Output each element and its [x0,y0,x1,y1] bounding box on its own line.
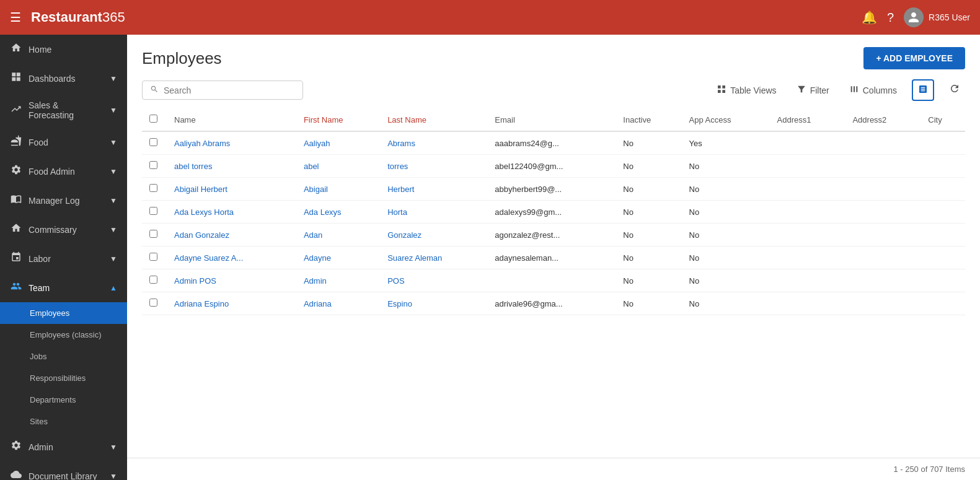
row-checkbox-cell[interactable] [142,292,167,315]
columns-button[interactable]: Columns [844,81,902,100]
row-checkbox[interactable] [149,184,157,192]
admin-icon [10,440,22,454]
add-employee-button[interactable]: + ADD EMPLOYEE [863,47,965,69]
toolbar: Table Views Filter Columns [127,77,980,108]
sidebar-sub-item-sites[interactable]: Sites [0,411,127,432]
row-checkbox[interactable] [149,276,157,284]
toolbar-right: Table Views Filter Columns [712,79,965,101]
team-arrow-icon: ▲ [110,284,117,292]
sidebar-sub-item-employees[interactable]: Employees [0,302,127,324]
cell-name[interactable]: Adan Gonzalez [167,224,296,247]
user-menu[interactable]: R365 User [904,7,970,27]
cell-email: aaabrams24@g... [487,131,616,155]
cell-first-name[interactable]: Aaliyah [296,131,380,155]
cell-last-name[interactable]: POS [380,269,487,292]
filter-button[interactable]: Filter [792,81,834,100]
cell-email: adaynesaleman... [487,247,616,269]
sidebar-item-manager-log[interactable]: Manager Log ▼ [0,186,127,215]
sidebar-sub-item-jobs[interactable]: Jobs [0,346,127,367]
cell-last-name[interactable]: Suarez Aleman [380,247,487,269]
col-header-address1: Address1 [770,108,845,131]
row-checkbox[interactable] [149,207,157,215]
columns-icon [849,84,859,96]
col-header-last-name: Last Name [380,108,487,131]
table-row: Abigail Herbert Abigail Herbert abbyherb… [142,178,965,201]
row-checkbox-cell[interactable] [142,131,167,155]
cell-name[interactable]: Abigail Herbert [167,178,296,201]
cell-first-name[interactable]: Admin [296,269,380,292]
row-checkbox[interactable] [149,253,157,261]
row-checkbox[interactable] [149,299,157,307]
cell-first-name[interactable]: abel [296,155,380,178]
cell-address2 [845,178,920,201]
cell-city [920,155,965,178]
cell-address2 [845,292,920,315]
table-views-button[interactable]: Table Views [712,81,781,100]
cell-inactive: No [616,224,681,247]
cell-last-name[interactable]: Abrams [380,131,487,155]
sidebar-item-admin[interactable]: Admin ▼ [0,432,127,461]
sidebar-item-document-library[interactable]: Document Library ▼ [0,461,127,480]
cell-name[interactable]: Adayne Suarez A... [167,247,296,269]
cell-name[interactable]: Adriana Espino [167,292,296,315]
dashboards-arrow-icon: ▼ [110,74,117,83]
cell-name[interactable]: Ada Lexys Horta [167,201,296,224]
sidebar-item-labor[interactable]: Labor ▼ [0,244,127,273]
sidebar-item-dashboards[interactable]: Dashboards ▼ [0,64,127,93]
cell-city [920,269,965,292]
labor-icon [10,251,22,266]
sidebar-sub-item-employees-classic[interactable]: Employees (classic) [0,324,127,346]
sidebar-item-team[interactable]: Team ▲ [0,273,127,302]
help-icon[interactable]: ? [887,11,894,25]
row-checkbox-cell[interactable] [142,178,167,201]
cell-last-name[interactable]: Horta [380,201,487,224]
row-checkbox-cell[interactable] [142,201,167,224]
cell-name[interactable]: abel torres [167,155,296,178]
sidebar-sub-item-responsibilities[interactable]: Responsibilities [0,367,127,389]
cell-first-name[interactable]: Adan [296,224,380,247]
cell-email: abbyherbert99@... [487,178,616,201]
cell-first-name[interactable]: Adayne [296,247,380,269]
cell-address1 [770,178,845,201]
cell-address2 [845,155,920,178]
row-checkbox-cell[interactable] [142,224,167,247]
cell-last-name[interactable]: Herbert [380,178,487,201]
notifications-icon[interactable]: 🔔 [862,10,877,25]
sidebar-item-home[interactable]: Home [0,35,127,64]
cell-app-access: No [682,269,770,292]
cell-name[interactable]: Aaliyah Abrams [167,131,296,155]
sidebar-sub-item-departments[interactable]: Departments [0,389,127,411]
row-checkbox[interactable] [149,138,157,146]
select-all-header[interactable] [142,108,167,131]
table-footer: 1 - 250 of 707 Items [127,458,980,480]
export-excel-button[interactable] [912,79,934,101]
menu-icon[interactable]: ☰ [10,10,21,25]
search-box[interactable] [142,81,303,100]
cell-first-name[interactable]: Ada Lexys [296,201,380,224]
cell-name[interactable]: Admin POS [167,269,296,292]
cell-last-name[interactable]: Espino [380,292,487,315]
select-all-checkbox[interactable] [149,115,157,123]
row-checkbox[interactable] [149,230,157,238]
search-input[interactable] [164,85,295,95]
cell-city [920,247,965,269]
cell-last-name[interactable]: torres [380,155,487,178]
row-checkbox[interactable] [149,161,157,169]
refresh-button[interactable] [944,79,965,101]
row-checkbox-cell[interactable] [142,247,167,269]
sidebar-item-food[interactable]: Food ▼ [0,128,127,157]
cell-last-name[interactable]: Gonzalez [380,224,487,247]
col-header-email: Email [487,108,616,131]
sidebar-item-sales[interactable]: Sales & Forecasting ▼ [0,93,127,128]
col-header-app-access: App Access [682,108,770,131]
row-checkbox-cell[interactable] [142,269,167,292]
row-checkbox-cell[interactable] [142,155,167,178]
col-header-city: City [920,108,965,131]
sidebar-item-food-admin[interactable]: Food Admin ▼ [0,157,127,186]
nav-icons: 🔔 ? R365 User [862,7,970,27]
cell-first-name[interactable]: Adriana [296,292,380,315]
cell-address1 [770,131,845,155]
sidebar-item-commissary[interactable]: Commissary ▼ [0,215,127,244]
cell-first-name[interactable]: Abigail [296,178,380,201]
sidebar-label-admin: Admin [29,442,104,452]
